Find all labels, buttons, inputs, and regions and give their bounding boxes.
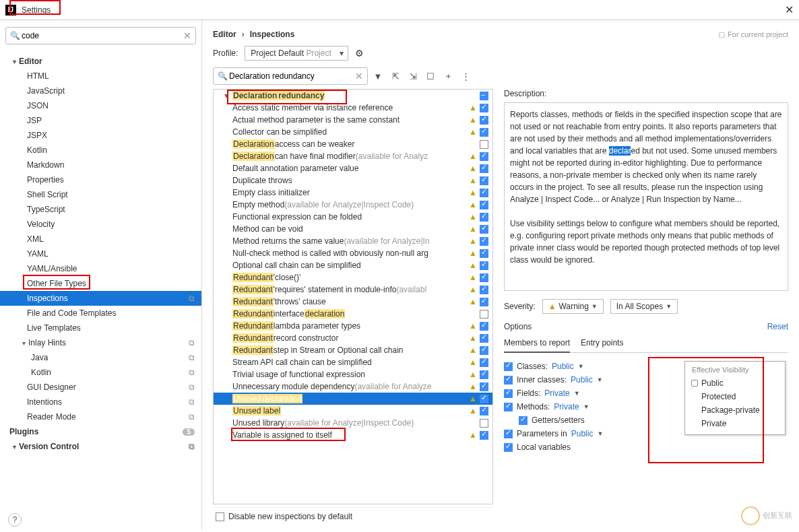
description-box[interactable]: Reports classes, methods or fields in th… [504,102,788,291]
description-label: Description: [504,89,788,98]
tree-javascript[interactable]: JavaScript [0,84,201,98]
tree-markdown[interactable]: Markdown [0,158,201,172]
collapse-icon[interactable]: ⇲ [406,69,420,84]
inspection-row[interactable]: Collector can be simplified▲ [214,126,492,138]
more-icon[interactable]: ⋮ [458,69,473,84]
inspection-tree[interactable]: ▾Declaration redundancy–Access static me… [213,89,493,504]
gear-icon[interactable]: ⚙ [355,48,364,59]
inspection-search-input[interactable] [228,70,355,82]
popup-private[interactable]: Private [685,417,785,430]
select-all-icon[interactable]: ☐ [423,69,438,84]
inspection-row[interactable]: Redundant step in Stream or Optional cal… [214,344,492,356]
disable-new-row[interactable]: Disable new inspections by default [213,507,493,525]
severity-label: Severity: [504,302,536,311]
tree-shell-script[interactable]: Shell Script [0,187,201,202]
tab-entry-points[interactable]: Entry points [581,335,623,352]
severity-row: Severity: ▲ Warning ▼ In All Scopes ▼ [504,299,788,314]
inspection-row[interactable]: Empty method (available for Analyze|Insp… [214,199,492,211]
inspection-row[interactable]: Declaration can have final modifier (ava… [214,150,492,162]
clear-icon[interactable]: ✕ [183,30,191,41]
inspection-row[interactable]: Optional call chain can be simplified▲ [214,259,492,271]
help-button[interactable]: ? [8,513,22,527]
tree-plugins[interactable]: Plugins5 [0,424,201,439]
inspection-row[interactable]: Default annotation parameter value▲ [214,162,492,174]
inspection-toolbar: 🔍 ✕ ▼ ⇱ ⇲ ☐ ＋ ⋮ [202,67,799,89]
tree-inlay-hints[interactable]: ▾Inlay Hints⧉ [0,335,201,350]
inspection-row[interactable]: Trivial usage of functional expression▲ [214,368,492,380]
popup-protected[interactable]: Protected [685,390,785,403]
tree-gui-designer[interactable]: GUI Designer⧉ [0,380,201,395]
tree-intentions[interactable]: Intentions⧉ [0,395,201,409]
tree-editor[interactable]: ▾Editor [0,54,201,69]
profile-row: Profile: Project Default Project ⚙ [202,39,799,67]
profile-select[interactable]: Project Default Project [245,46,348,61]
watermark: 创新互联 [741,506,792,525]
inspection-row[interactable]: Null-check method is called with obvious… [214,247,492,259]
close-icon[interactable]: ✕ [785,3,794,16]
settings-tree: ▾EditorHTMLJavaScriptJSONJSPJSPXKotlinMa… [0,51,201,531]
tree-live-templates[interactable]: Live Templates [0,321,201,335]
mem-locals[interactable]: Local variables [504,440,788,454]
tree-other-file-types[interactable]: Other File Types [0,276,201,291]
inspection-row[interactable]: Redundant record constructor▲ [214,332,492,344]
inspection-row[interactable]: Declaration access can be weaker [214,138,492,150]
sidebar-search[interactable]: 🔍 ✕ [5,27,196,44]
scope-select[interactable]: In All Scopes ▼ [610,299,678,314]
tree-typescript[interactable]: TypeScript [0,202,201,217]
scope-label: ▢ For current project [718,30,788,39]
detail-panel: Description: Reports classes, methods or… [504,89,788,525]
tree-velocity[interactable]: Velocity [0,217,201,232]
inspection-row[interactable]: Method returns the same value (available… [214,235,492,247]
severity-select[interactable]: ▲ Warning ▼ [542,299,604,314]
tree-yaml[interactable]: YAML [0,246,201,261]
inspection-row[interactable]: Empty class initializer▲ [214,187,492,199]
reset-link[interactable]: Reset [767,322,788,331]
inspection-row[interactable]: Unused label▲ [214,405,492,417]
tree-xml[interactable]: XML [0,232,201,246]
inspection-row[interactable]: Duplicate throws▲ [214,174,492,187]
tree-inspections[interactable]: Inspections⧉ [0,291,201,306]
sidebar-search-input[interactable] [20,30,183,42]
inspection-row[interactable]: Redundant lambda parameter types▲ [214,320,492,332]
tree-jsp[interactable]: JSP [0,113,201,128]
expand-icon[interactable]: ⇱ [388,69,403,84]
inspection-row[interactable]: Functional expression can be folded▲ [214,211,492,223]
inspection-row[interactable]: Unused declaration▲ [214,393,492,405]
inspection-search[interactable]: 🔍 ✕ [213,67,368,85]
inspection-row[interactable]: Actual method parameter is the same cons… [214,114,492,126]
window-title: Settings [22,5,51,15]
tree-kotlin[interactable]: Kotlin⧉ [0,365,201,380]
tree-json[interactable]: JSON [0,98,201,113]
funnel-icon[interactable]: ▼ [371,69,385,84]
inspection-row[interactable]: Redundant interface declaration [214,308,492,320]
inspection-row[interactable]: Redundant 'requires' statement in module… [214,284,492,296]
inspection-row[interactable]: Access static member via instance refere… [214,102,492,114]
clear-icon[interactable]: ✕ [355,71,363,81]
inspection-row[interactable]: Redundant 'throws' clause▲ [214,296,492,308]
popup-public[interactable]: Public [685,376,785,390]
inspection-row[interactable]: Unused library (available for Analyze|In… [214,417,492,429]
inspection-row[interactable]: Variable is assigned to itself▲ [214,429,492,441]
add-icon[interactable]: ＋ [441,69,455,84]
search-icon: 🔍 [218,71,228,81]
inspection-row[interactable]: Stream API call chain can be simplified▲ [214,356,492,368]
tree-java[interactable]: Java⧉ [0,350,201,365]
inspection-row[interactable]: Unnecessary module dependency (available… [214,380,492,393]
breadcrumb-editor[interactable]: Editor [213,30,236,39]
profile-label: Profile: [213,48,238,58]
tree-version-control[interactable]: ▾Version Control⧉ [0,439,201,454]
tab-members[interactable]: Members to report [504,335,570,353]
tree-jspx[interactable]: JSPX [0,128,201,143]
tree-html[interactable]: HTML [0,69,201,84]
visibility-popup: Effective Visibility Public Protected Pa… [684,361,786,435]
popup-package-private[interactable]: Package-private [685,403,785,417]
inspection-row[interactable]: Method can be void▲ [214,223,492,235]
tree-properties[interactable]: Properties [0,172,201,187]
inspection-row[interactable]: Redundant 'close()'▲ [214,271,492,284]
tree-reader-mode[interactable]: Reader Mode⧉ [0,409,201,424]
tree-kotlin[interactable]: Kotlin [0,143,201,158]
inspection-group-header[interactable]: ▾Declaration redundancy– [214,90,492,102]
tree-file-and-code-templates[interactable]: File and Code Templates [0,306,201,321]
sidebar: 🔍 ✕ ▾EditorHTMLJavaScriptJSONJSPJSPXKotl… [0,20,202,531]
tree-yaml-ansible[interactable]: YAML/Ansible [0,261,201,276]
